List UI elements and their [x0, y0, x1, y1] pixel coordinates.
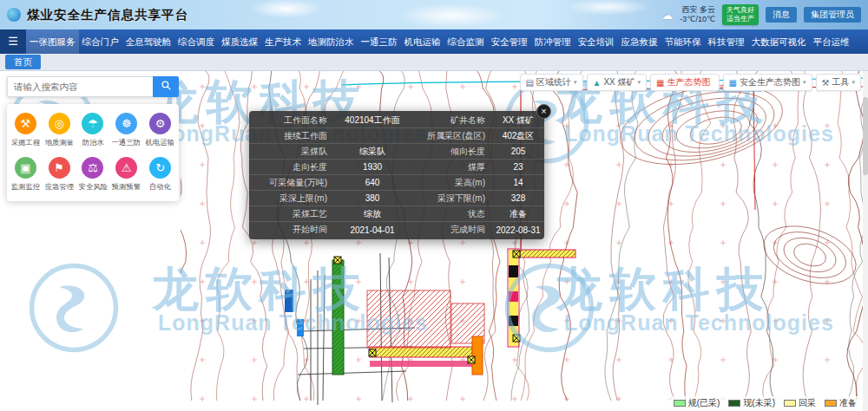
chevron-down-icon: ▾: [803, 79, 806, 86]
messages-button[interactable]: 消息: [766, 7, 797, 23]
nav-item-coal-quality[interactable]: 煤质选煤: [218, 29, 261, 54]
workface-info-dialog: × 工作面名称 402104工作面 矿井名称 XX 煤矿 接续工作面 所属采区(…: [249, 111, 544, 239]
scrollbar-thumb[interactable]: [863, 97, 868, 175]
emergency-icon: ⚑: [49, 157, 70, 179]
tools-icon: ⚒: [822, 78, 830, 88]
admin-user-button[interactable]: 集团管理员: [804, 7, 861, 23]
dialog-value: 综放: [334, 208, 411, 220]
nav-item-electromechanical[interactable]: 机电运输: [401, 29, 444, 54]
dialog-value: 1930: [334, 162, 411, 172]
app-mining-engineering[interactable]: ⚒ 采掘工程: [9, 113, 43, 148]
water-control-icon: ☂: [82, 113, 103, 134]
nav-item-monitoring[interactable]: 综合监测: [444, 29, 488, 54]
dialog-label: 倾向长度: [411, 146, 492, 158]
dialog-label: 接续工作面: [249, 130, 334, 142]
dialog-value: 402104工作面: [334, 114, 411, 127]
ventilation-icon: ☸: [115, 113, 137, 134]
nav-item-ventilation[interactable]: 一通三防: [358, 29, 401, 54]
dialog-label: 采深上限(m): [249, 192, 334, 205]
search-input[interactable]: [7, 76, 153, 97]
menu-icon[interactable]: ☰: [0, 29, 26, 54]
weather-info: 西安 多云 -3℃/10℃: [680, 5, 715, 25]
nav-item-energy-saving[interactable]: 节能环保: [661, 29, 705, 54]
nav-item-rockburst[interactable]: 防冲管理: [531, 29, 575, 54]
mine-selector-button[interactable]: ▲ XX 煤矿 ▾: [587, 74, 648, 91]
app-launcher-panel: ⚒ 采掘工程 ◎ 地质测量 ☂ 防治水 ☸ 一通三防 ⚙ 机电运输 ▣ 监测监控: [7, 104, 179, 201]
dialog-label: 走向长度: [249, 161, 334, 173]
nav-item-sci-tech[interactable]: 科技管理: [705, 29, 748, 54]
search-button[interactable]: [153, 76, 179, 97]
main-content: 龙软科技 LongRuan Technologies 龙软科技 LongRuan…: [0, 71, 868, 411]
nav-item-emergency[interactable]: 应急救援: [618, 29, 661, 54]
app-geology-survey[interactable]: ◎ 地质测量: [43, 113, 76, 148]
dialog-value: 准备: [492, 208, 544, 220]
dialog-value: 328: [492, 193, 544, 203]
legend-item: 回采: [784, 397, 816, 409]
dialog-row: 采煤工艺 综放 状态 准备: [249, 206, 544, 222]
nav-item-map-service[interactable]: 一张图服务: [26, 29, 79, 54]
dialog-label: 可采储量(万吨): [249, 177, 334, 189]
production-map-button[interactable]: ▦ 生产态势图: [650, 74, 719, 91]
legend-item: 现(未采): [728, 397, 775, 409]
safety-risk-icon: ⚖: [82, 157, 103, 179]
dialog-label: 开始时间: [249, 224, 334, 236]
weather-status-badge: 天气良好 适当生产: [722, 4, 759, 25]
tools-button[interactable]: ⚒ 工具 ▾: [816, 74, 861, 91]
nav-item-cockpit[interactable]: 全息驾驶舱: [122, 29, 175, 54]
region-statistics-button[interactable]: ▤ 区域统计 ▾: [520, 74, 583, 91]
nav-item-bigdata[interactable]: 大数据可视化: [748, 29, 810, 54]
chevron-down-icon: ▾: [852, 79, 855, 86]
chevron-down-icon: ▾: [574, 79, 577, 86]
legend-swatch: [728, 400, 740, 407]
app-water-control[interactable]: ☂ 防治水: [76, 113, 110, 148]
dialog-row: 开始时间 2021-04-01 完成时间 2022-08-31: [249, 222, 544, 238]
dialog-row: 工作面名称 402104工作面 矿井名称 XX 煤矿: [249, 113, 544, 128]
app-prediction-warning[interactable]: ⚠ 预测预警: [109, 157, 143, 192]
production-map-icon: ▦: [656, 78, 664, 88]
dialog-label: 所属采区(盘区): [411, 130, 492, 142]
dialog-value: 2022-08-31: [492, 225, 544, 235]
legend-swatch: [784, 400, 796, 407]
nav-item-dispatch[interactable]: 综合调度: [174, 29, 218, 54]
chevron-down-icon: ▾: [638, 79, 641, 86]
cloud-icon: ☁: [661, 9, 673, 22]
close-icon[interactable]: ×: [536, 104, 551, 119]
app-safety-risk[interactable]: ⚖ 安全风险: [76, 157, 110, 192]
dialog-label: 采煤队: [249, 146, 334, 158]
dialog-value: 640: [334, 178, 411, 187]
dialog-value: 2021-04-01: [334, 225, 411, 235]
legend-item: 准备: [825, 397, 857, 409]
nav-item-geology-water[interactable]: 地测防治水: [305, 29, 358, 54]
legend-item: 规(已采): [674, 397, 720, 409]
automation-icon: ↻: [149, 157, 171, 179]
dialog-label: 状态: [411, 208, 492, 220]
mining-engineering-icon: ⚒: [15, 113, 36, 134]
safety-production-map-button[interactable]: ▦ 安全生产态势图 ▾: [723, 74, 812, 91]
dialog-row: 可采储量(万吨) 640 采高(m) 14: [249, 175, 544, 191]
app-emergency-management[interactable]: ⚑ 应急管理: [43, 157, 76, 192]
dragon-logo-watermark: [26, 260, 122, 356]
nav-item-production-tech[interactable]: 生产技术: [261, 29, 305, 54]
dialog-label: 采高(m): [411, 177, 492, 189]
vertical-scrollbar[interactable]: [863, 71, 868, 411]
dialog-value: 402盘区: [492, 130, 544, 142]
legend-swatch: [825, 400, 837, 407]
prediction-warning-icon: ⚠: [115, 157, 137, 179]
legend-swatch: [674, 400, 686, 407]
nav-item-training[interactable]: 安全培训: [575, 29, 618, 54]
tab-bar: 首页: [0, 54, 868, 71]
app-electromechanical-transport[interactable]: ⚙ 机电运输: [143, 113, 177, 148]
dialog-value: 23: [492, 162, 544, 172]
nav-item-portal[interactable]: 综合门户: [79, 29, 122, 54]
app-automation[interactable]: ↻ 自动化: [143, 157, 177, 192]
app-ventilation[interactable]: ☸ 一通三防: [109, 113, 143, 148]
app-monitoring[interactable]: ▣ 监测监控: [9, 157, 43, 192]
dialog-label: 采深下限(m): [411, 192, 492, 205]
map-legend: 规(已采) 现(未采) 回采 准备: [669, 396, 861, 410]
main-nav: ☰ 一张图服务 综合门户 全息驾驶舱 综合调度 煤质选煤 生产技术 地测防治水 …: [0, 29, 868, 54]
left-panel: ⚒ 采掘工程 ◎ 地质测量 ☂ 防治水 ☸ 一通三防 ⚙ 机电运输 ▣ 监测监控: [7, 76, 179, 201]
tab-home[interactable]: 首页: [5, 55, 41, 69]
nav-item-safety[interactable]: 安全管理: [488, 29, 531, 54]
mine-icon: ▲: [593, 78, 602, 88]
nav-item-platform-ops[interactable]: 平台运维: [810, 29, 853, 54]
